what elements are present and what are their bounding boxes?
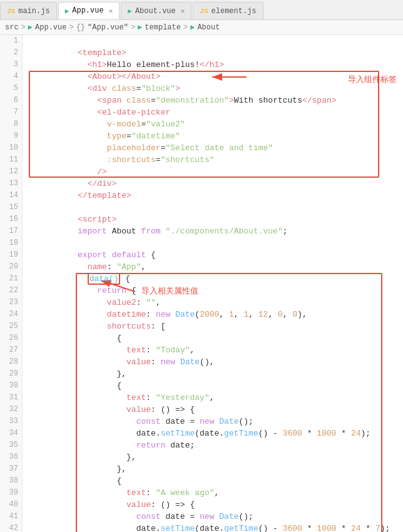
- breadcrumb-appvue-str: "App.vue": [88, 23, 128, 32]
- ln-1: 1: [4, 35, 18, 47]
- tab-about-vue[interactable]: ▶ About.vue ✕: [121, 2, 191, 19]
- tab-label: About.vue: [135, 7, 176, 16]
- breadcrumb-about-icon: ▶: [190, 23, 195, 32]
- js-icon: JS: [200, 8, 208, 15]
- ln-10: 10: [4, 142, 18, 154]
- code-line-1: <template>: [29, 35, 403, 47]
- ln-13: 13: [4, 178, 18, 190]
- ln-14: 14: [4, 190, 18, 202]
- ln-31: 31: [4, 392, 18, 404]
- tab-bar: JS main.js ▶ App.vue ✕ ▶ About.vue ✕ JS …: [0, 0, 403, 20]
- line-numbers: 1 2 3 4 5 6 7 8 9 10 11 12 13 14 15 16 1…: [0, 35, 23, 532]
- breadcrumb-sep: >: [131, 23, 135, 32]
- tab-label: App.vue: [72, 6, 103, 15]
- vue-icon: ▶: [65, 7, 69, 15]
- breadcrumb-template: template: [145, 23, 181, 32]
- ln-19: 19: [4, 249, 18, 261]
- ln-27: 27: [4, 344, 18, 356]
- ln-9: 9: [4, 130, 18, 142]
- ln-42: 42: [4, 523, 18, 532]
- ln-25: 25: [4, 320, 18, 332]
- code-line-20: data() {: [29, 261, 403, 273]
- tab-label: main.js: [18, 7, 49, 16]
- ln-6: 6: [4, 95, 18, 106]
- ln-36: 36: [4, 451, 18, 463]
- code-line-18: export default {: [29, 237, 403, 249]
- ln-20: 20: [4, 261, 18, 273]
- breadcrumb-src: src: [5, 23, 19, 32]
- ln-30: 30: [4, 380, 18, 392]
- breadcrumb-sep: >: [69, 23, 73, 32]
- ln-15: 15: [4, 202, 18, 213]
- ln-34: 34: [4, 427, 18, 439]
- ln-7: 7: [4, 106, 18, 118]
- ln-26: 26: [4, 332, 18, 344]
- breadcrumb-curly: {}: [76, 23, 85, 32]
- ln-35: 35: [4, 439, 18, 451]
- ln-16: 16: [4, 213, 18, 225]
- js-icon: JS: [7, 8, 15, 15]
- ln-2: 2: [4, 47, 18, 59]
- close-icon[interactable]: ✕: [181, 7, 185, 15]
- ln-39: 39: [4, 487, 18, 499]
- ln-12: 12: [4, 166, 18, 178]
- tab-app-vue[interactable]: ▶ App.vue ✕: [58, 2, 120, 19]
- code-line-15: <script>: [29, 202, 403, 213]
- breadcrumb-about: About: [197, 23, 220, 32]
- vue-icon: ▶: [128, 7, 132, 15]
- ln-17: 17: [4, 225, 18, 237]
- ln-3: 3: [4, 59, 18, 71]
- code-area: 导入组件标签 导入相关属性值 <template>: [23, 35, 403, 532]
- breadcrumb: src > ▶ App.vue > {} "App.vue" > ▶ templ…: [0, 20, 403, 35]
- breadcrumb-appvue: App.vue: [35, 23, 66, 32]
- breadcrumb-sep: >: [21, 23, 26, 32]
- editor: 1 2 3 4 5 6 7 8 9 10 11 12 13 14 15 16 1…: [0, 35, 403, 532]
- breadcrumb-sep: >: [183, 23, 188, 32]
- ln-23: 23: [4, 297, 18, 309]
- ln-37: 37: [4, 463, 18, 475]
- ln-11: 11: [4, 154, 18, 166]
- ln-21: 21: [4, 273, 18, 285]
- ln-41: 41: [4, 511, 18, 523]
- code-wrapper: 导入组件标签 导入相关属性值 <template>: [29, 35, 403, 532]
- ln-24: 24: [4, 309, 18, 320]
- tab-main-js[interactable]: JS main.js: [0, 2, 57, 19]
- tab-element-js[interactable]: JS element.js: [193, 2, 263, 19]
- ln-33: 33: [4, 416, 18, 427]
- ln-18: 18: [4, 237, 18, 249]
- ln-5: 5: [4, 83, 18, 95]
- ln-22: 22: [4, 285, 18, 297]
- ln-8: 8: [4, 118, 18, 130]
- tab-label: element.js: [212, 7, 257, 16]
- breadcrumb-template-icon: ▶: [138, 23, 142, 32]
- ln-32: 32: [4, 404, 18, 416]
- ln-4: 4: [4, 71, 18, 83]
- close-icon[interactable]: ✕: [109, 7, 113, 15]
- ln-28: 28: [4, 356, 18, 368]
- ln-29: 29: [4, 368, 18, 380]
- breadcrumb-vue-icon: ▶: [28, 23, 33, 32]
- ln-38: 38: [4, 475, 18, 487]
- ln-40: 40: [4, 499, 18, 511]
